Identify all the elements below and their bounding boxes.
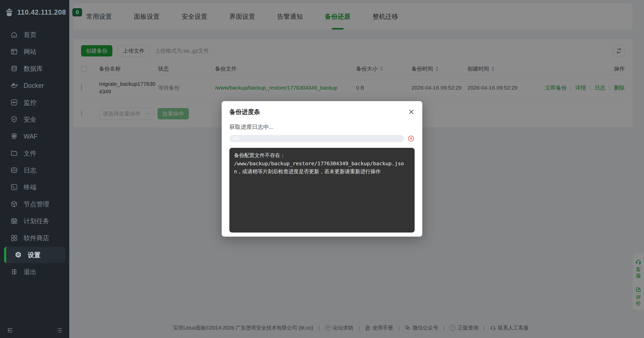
menu-list-icon[interactable]: [56, 327, 63, 334]
progress-log-output[interactable]: 备份配置文件不存在： /www/backup/backup_restore/17…: [229, 148, 415, 233]
sidebar-item-logs[interactable]: 日志: [0, 162, 69, 179]
calendar-icon: [10, 217, 18, 225]
sidebar-bottom-bar: [0, 323, 69, 338]
backup-progress-modal: 备份进度条 获取进度日志中... 0% 备份配置文件不存在： /www/back…: [222, 101, 422, 237]
sidebar-item-logout[interactable]: 退出: [0, 263, 69, 280]
sidebar-item-website[interactable]: 网站: [0, 43, 69, 60]
sidebar-item-home[interactable]: 首页: [0, 26, 69, 43]
cancel-circle-icon: [407, 135, 415, 142]
bt-panel-logo-icon: [5, 8, 14, 17]
sidebar-item-waf[interactable]: WAF: [0, 128, 69, 145]
shield-globe-icon: [10, 132, 18, 140]
sidebar-item-cron[interactable]: 计划任务: [0, 213, 69, 229]
shield-check-icon: [10, 115, 18, 123]
sidebar: 110.42.111.208 0 首页 网站 数据库 Docker 监控 安全: [0, 0, 69, 338]
sidebar-item-app-store[interactable]: 软件商店: [0, 229, 69, 246]
website-icon: [10, 48, 18, 55]
message-count-badge[interactable]: 0: [72, 8, 82, 16]
home-icon: [10, 31, 18, 38]
sidebar-menu: 首页 网站 数据库 Docker 监控 安全 WAF 文件: [0, 26, 69, 280]
modal-title: 备份进度条: [229, 108, 260, 116]
sidebar-item-settings[interactable]: 设置: [4, 247, 65, 263]
progress-bar: 0%: [229, 135, 404, 142]
sidebar-item-security[interactable]: 安全: [0, 111, 69, 128]
app-store-grid-icon: [10, 234, 18, 242]
folder-icon: [10, 149, 18, 157]
sidebar-item-files[interactable]: 文件: [0, 145, 69, 162]
cube-icon: [10, 200, 18, 208]
sidebar-item-terminal[interactable]: 终端: [0, 179, 69, 196]
collapse-sidebar-icon[interactable]: [7, 327, 13, 334]
progress-percent-label: 0%: [229, 135, 239, 142]
abort-button[interactable]: [407, 135, 415, 142]
docker-icon: [10, 82, 18, 89]
server-identity[interactable]: 110.42.111.208 0: [0, 0, 69, 17]
gear-icon: [14, 251, 22, 259]
monitor-pulse-icon: [10, 99, 18, 106]
terminal-icon: [10, 183, 18, 191]
progress-status-text: 获取进度日志中...: [229, 123, 415, 131]
logout-door-icon: [10, 268, 18, 276]
logs-tray-icon: [10, 166, 18, 174]
modal-close-button[interactable]: [408, 109, 415, 115]
database-icon: [10, 65, 18, 72]
close-icon: [408, 109, 415, 115]
sidebar-item-monitor[interactable]: 监控: [0, 94, 69, 111]
sidebar-item-node-management[interactable]: 节点管理: [0, 196, 69, 213]
sidebar-item-database[interactable]: 数据库: [0, 60, 69, 77]
sidebar-item-docker[interactable]: Docker: [0, 77, 69, 94]
server-ip: 110.42.111.208: [17, 8, 66, 16]
